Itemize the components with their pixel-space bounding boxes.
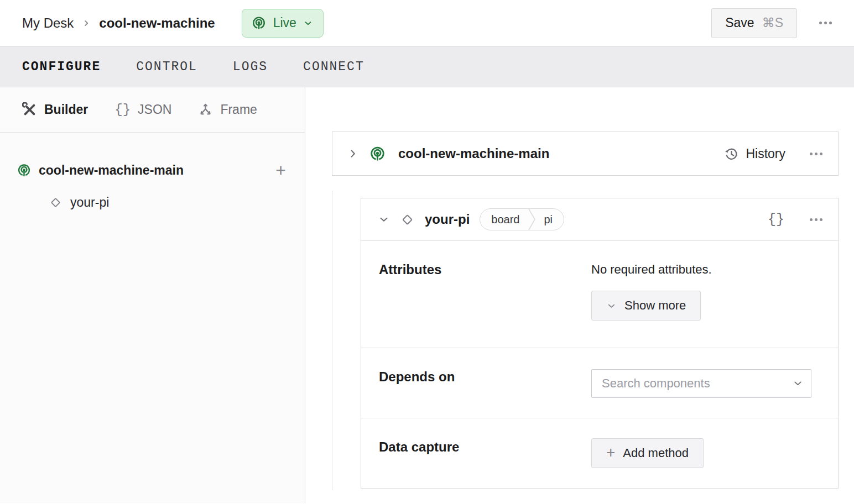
data-capture-label: Data capture: [361, 418, 591, 488]
chevron-down-icon: [303, 18, 313, 28]
sidebar: Builder {} JSON Frame: [0, 87, 305, 503]
tab-connect[interactable]: CONNECT: [303, 60, 364, 74]
attributes-section: Attributes No required attributes. Show …: [361, 240, 838, 348]
mode-tab-frame[interactable]: Frame: [198, 102, 257, 117]
frame-axes-icon: [198, 102, 213, 117]
component-title: your-pi: [425, 212, 470, 227]
plus-icon: +: [606, 445, 615, 460]
top-bar: My Desk cool-new-machine Live Save ⌘S: [0, 0, 854, 46]
machine-status-dropdown[interactable]: Live: [242, 9, 324, 38]
chevron-down-icon: [606, 301, 617, 311]
component-card-header: your-pi board pi {}: [361, 198, 838, 240]
breadcrumb-parent[interactable]: My Desk: [22, 15, 74, 31]
mode-tab-builder[interactable]: Builder: [22, 102, 88, 117]
depends-on-section: Depends on: [361, 348, 838, 418]
topbar-overflow-menu-icon[interactable]: [819, 22, 832, 24]
depends-on-label: Depends on: [361, 348, 591, 418]
component-diamond-icon: [49, 196, 63, 209]
mode-tab-json-label: JSON: [138, 102, 171, 117]
main-tab-bar: CONFIGURE CONTROL LOGS CONNECT: [0, 46, 854, 87]
component-diamond-icon: [400, 212, 415, 227]
tree-item-main-part[interactable]: cool-new-machine-main +: [0, 155, 305, 186]
tree-item-your-pi[interactable]: your-pi: [0, 187, 305, 218]
history-clock-icon: [724, 146, 739, 161]
config-content: cool-new-machine-main History: [305, 87, 854, 503]
workspace: Builder {} JSON Frame: [0, 87, 854, 503]
show-more-label: Show more: [624, 298, 686, 313]
data-capture-section: Data capture + Add method: [361, 418, 838, 488]
viam-part-icon: [369, 145, 386, 162]
tab-configure[interactable]: CONFIGURE: [22, 60, 101, 74]
part-card: cool-new-machine-main History: [332, 132, 839, 176]
live-status-label: Live: [273, 15, 296, 30]
expand-part-chevron-right-icon[interactable]: [347, 148, 359, 160]
badge-divider-icon: [528, 208, 536, 230]
tab-control[interactable]: CONTROL: [136, 60, 197, 74]
component-menu-icon[interactable]: [810, 218, 822, 221]
part-card-menu-icon[interactable]: [810, 153, 822, 155]
tab-logs[interactable]: LOGS: [233, 60, 268, 74]
mode-tab-frame-label: Frame: [220, 102, 257, 117]
history-button[interactable]: History: [724, 146, 785, 161]
search-components-input[interactable]: [591, 369, 811, 398]
json-braces-icon: {}: [114, 102, 131, 117]
add-method-label: Add method: [623, 446, 689, 460]
collapse-chevron-down-icon[interactable]: [378, 213, 390, 225]
viam-part-icon: [17, 163, 32, 178]
viam-logo-icon: [251, 15, 267, 31]
mode-tab-json[interactable]: {} JSON: [114, 102, 171, 117]
component-json-toggle[interactable]: {}: [768, 212, 784, 228]
component-card: your-pi board pi {} Attributes No requir…: [361, 198, 839, 489]
add-component-button[interactable]: +: [275, 161, 286, 179]
breadcrumb-current: cool-new-machine: [99, 15, 215, 31]
config-mode-tabs: Builder {} JSON Frame: [0, 87, 305, 133]
mode-tab-builder-label: Builder: [44, 102, 88, 117]
tree-item-your-pi-label: your-pi: [70, 195, 109, 210]
tree-connector-line: [332, 191, 332, 490]
machine-part-tree: cool-new-machine-main + your-pi: [0, 133, 305, 218]
attributes-empty-text: No required attributes.: [591, 262, 712, 277]
depends-on-select: [591, 369, 811, 398]
builder-tools-icon: [22, 102, 37, 117]
component-type: board: [480, 213, 528, 226]
show-more-button[interactable]: Show more: [591, 291, 701, 321]
component-model: pi: [536, 213, 564, 226]
save-label: Save: [725, 15, 754, 30]
add-method-button[interactable]: + Add method: [591, 438, 704, 468]
attributes-label: Attributes: [361, 241, 591, 348]
breadcrumb-separator-icon: [81, 18, 91, 28]
save-shortcut: ⌘S: [762, 15, 783, 30]
save-button[interactable]: Save ⌘S: [711, 8, 797, 38]
history-label: History: [746, 146, 785, 161]
tree-item-main-part-label: cool-new-machine-main: [39, 163, 184, 178]
breadcrumb: My Desk cool-new-machine: [22, 15, 215, 31]
component-type-badge: board pi: [480, 208, 564, 230]
part-card-title: cool-new-machine-main: [398, 146, 549, 161]
